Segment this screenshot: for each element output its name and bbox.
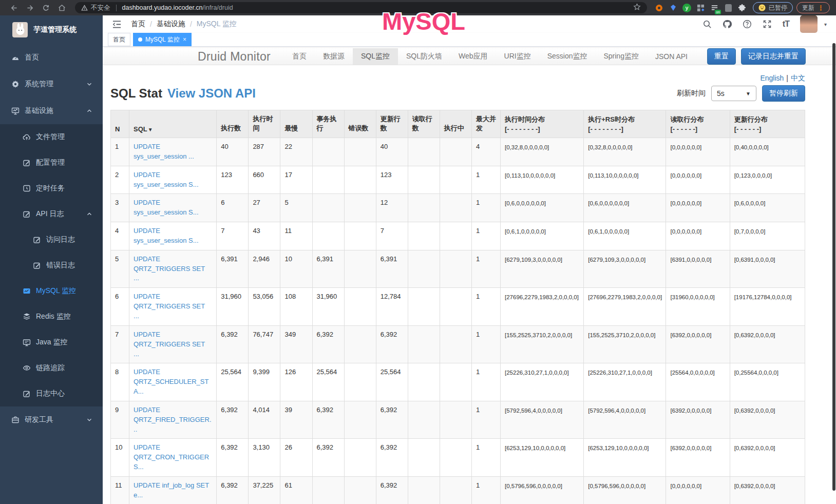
- view-json-api-link[interactable]: View JSON API: [167, 86, 256, 101]
- druid-tab-Session监控[interactable]: Session监控: [539, 48, 596, 65]
- column-header[interactable]: 更新行分布[- - - - - -]: [730, 110, 805, 138]
- security-warning[interactable]: 不安全: [81, 4, 110, 12]
- sidebar-item-label: 定时任务: [36, 184, 65, 193]
- avatar[interactable]: [800, 15, 818, 33]
- extension-list-icon[interactable]: on: [708, 1, 721, 14]
- breadcrumb-item: MySQL 监控: [197, 20, 237, 29]
- vertical-scrollbar[interactable]: [832, 43, 835, 491]
- druid-tab-JSON API[interactable]: JSON API: [647, 48, 696, 65]
- sidebar-logo[interactable]: 芋道管理系统: [0, 15, 103, 44]
- sql-link[interactable]: UPDATE sys_user_session S...: [134, 227, 198, 244]
- pause-refresh-button[interactable]: 暂停刷新: [762, 85, 805, 102]
- extension-tool-icon[interactable]: [721, 1, 735, 14]
- github-icon[interactable]: [723, 20, 732, 29]
- url-bar[interactable]: 不安全 dashboard.yudao.iocoder.cn/infra/dru…: [75, 2, 647, 13]
- lang-chinese-link[interactable]: 中文: [791, 74, 805, 82]
- sql-link[interactable]: UPDATE QRTZ_TRIGGERS SET ...: [134, 293, 205, 320]
- druid-tab-首页[interactable]: 首页: [284, 48, 315, 65]
- column-header[interactable]: N: [111, 110, 129, 138]
- close-icon[interactable]: ×: [183, 36, 186, 43]
- column-header[interactable]: 错误数: [344, 110, 376, 138]
- table-cell: 61: [280, 476, 312, 504]
- column-header[interactable]: 读取行数: [408, 110, 440, 138]
- sidebar-item-file-mgmt[interactable]: 文件管理: [0, 124, 103, 150]
- sort-desc-icon: ▼: [148, 127, 153, 132]
- column-header[interactable]: SQL▼: [129, 110, 217, 138]
- table-cell: [0,0,0,0,0,0]: [666, 166, 730, 194]
- sidebar-item-mysql-monitor[interactable]: MySQL 监控: [0, 278, 103, 304]
- sql-link[interactable]: UPDATE QRTZ_FIRED_TRIGGER...: [134, 406, 211, 433]
- sql-link[interactable]: UPDATE QRTZ_CRON_TRIGGERS...: [134, 443, 209, 471]
- sidebar-item-dev-tools[interactable]: 研发工具: [0, 406, 103, 433]
- search-icon[interactable]: [702, 20, 712, 29]
- sidebar-item-redis-monitor[interactable]: Redis 监控: [0, 304, 103, 329]
- column-header[interactable]: 执行时间: [249, 110, 280, 138]
- reset-button[interactable]: 重置: [707, 48, 736, 65]
- column-header[interactable]: 读取行分布[- - - - - -]: [666, 110, 730, 138]
- sidebar-item-log-center[interactable]: 日志中心: [0, 381, 103, 406]
- sql-link[interactable]: UPDATE QRTZ_TRIGGERS SET ...: [134, 255, 205, 282]
- tag-MySQL 监控[interactable]: MySQL 监控×: [133, 33, 192, 46]
- tag-label: 首页: [113, 35, 125, 44]
- hamburger-icon[interactable]: [112, 20, 122, 29]
- back-icon[interactable]: [6, 1, 22, 14]
- sidebar-item-home[interactable]: 首页: [0, 44, 103, 71]
- sql-link[interactable]: UPDATE sys_user_session S...: [134, 199, 198, 216]
- column-header-label: 最慢: [284, 124, 308, 133]
- extension-blocks-icon[interactable]: [694, 1, 708, 14]
- druid-tab-数据源[interactable]: 数据源: [315, 48, 353, 65]
- sql-link[interactable]: UPDATE sys_user_session ...: [134, 143, 194, 160]
- refresh-interval-select[interactable]: 5s ▼: [711, 86, 756, 101]
- druid-tab-SQL防火墙[interactable]: SQL防火墙: [398, 48, 450, 65]
- extension-gem-icon[interactable]: [666, 1, 680, 14]
- sql-link[interactable]: UPDATE sys_user_session S...: [134, 171, 198, 188]
- druid-tab-URI监控[interactable]: URI监控: [496, 48, 539, 65]
- reload-icon[interactable]: [38, 1, 54, 14]
- paused-chip[interactable]: 已暂停: [753, 2, 793, 13]
- table-cell: 7: [111, 325, 129, 363]
- sidebar-item-api-log[interactable]: API 日志: [0, 201, 103, 227]
- chevron-down-icon[interactable]: ▾: [824, 22, 827, 27]
- extension-y-icon[interactable]: y: [680, 1, 694, 14]
- sidebar-item-error-log[interactable]: 错误日志: [0, 253, 103, 278]
- fullscreen-icon[interactable]: [763, 20, 772, 29]
- sidebar-item-infrastructure[interactable]: 基础设施: [0, 98, 103, 124]
- extension-donut-icon[interactable]: [652, 1, 666, 14]
- update-chip[interactable]: 更新 ⋮: [796, 2, 830, 13]
- help-icon[interactable]: [743, 20, 752, 29]
- extensions-puzzle-icon[interactable]: [735, 1, 749, 14]
- table-cell: [0,6392,0,0,0,0]: [730, 325, 805, 363]
- column-header[interactable]: 执行数: [217, 110, 249, 138]
- sql-link[interactable]: UPDATE inf_job_log SET e...: [134, 481, 209, 499]
- druid-tab-Web应用[interactable]: Web应用: [450, 48, 496, 65]
- sidebar-item-java-monitor[interactable]: Java 监控: [0, 329, 103, 355]
- lang-english-link[interactable]: English: [760, 74, 784, 82]
- sidebar-item-trace[interactable]: 链路追踪: [0, 355, 103, 381]
- tag-首页[interactable]: 首页: [108, 33, 130, 46]
- font-size-icon[interactable]: tT: [783, 20, 789, 29]
- breadcrumb-item[interactable]: 基础设施: [157, 20, 185, 29]
- log-and-reset-button[interactable]: 记录日志并重置: [741, 48, 806, 65]
- column-header[interactable]: 最大并发: [471, 110, 500, 138]
- kebab-menu-icon[interactable]: ⋮: [818, 4, 824, 12]
- home-icon[interactable]: [54, 1, 70, 14]
- column-header[interactable]: 最慢: [280, 110, 312, 138]
- druid-tab-Spring监控[interactable]: Spring监控: [595, 48, 647, 65]
- bookmark-star-icon[interactable]: [633, 3, 641, 12]
- sql-link[interactable]: UPDATE QRTZ_TRIGGERS SET ...: [134, 331, 205, 358]
- druid-tab-SQL监控[interactable]: SQL监控: [353, 48, 398, 65]
- column-header[interactable]: 执行中: [440, 110, 471, 138]
- column-header[interactable]: 执行+RS时分布[- - - - - - - -]: [584, 110, 666, 138]
- column-header[interactable]: 执行时间分布[- - - - - - - -]: [501, 110, 584, 138]
- forward-icon[interactable]: [22, 1, 38, 14]
- breadcrumb-item[interactable]: 首页: [131, 20, 145, 29]
- column-header[interactable]: 事务执行: [312, 110, 344, 138]
- sql-link[interactable]: UPDATE QRTZ_SCHEDULER_STA...: [134, 368, 208, 395]
- table-cell: 287: [249, 138, 280, 166]
- sidebar-item-scheduled-jobs[interactable]: 定时任务: [0, 176, 103, 201]
- sidebar-item-config-mgmt[interactable]: 配置管理: [0, 150, 103, 176]
- sidebar-item-system-mgmt[interactable]: 系统管理: [0, 71, 103, 98]
- security-label: 不安全: [91, 4, 110, 12]
- sidebar-item-access-log[interactable]: 访问日志: [0, 227, 103, 253]
- column-header[interactable]: 更新行数: [376, 110, 408, 138]
